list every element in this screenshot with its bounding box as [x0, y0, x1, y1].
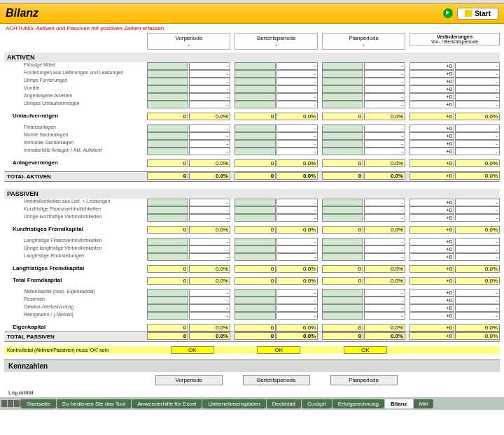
value-cell[interactable] — [234, 245, 276, 253]
value-cell[interactable] — [147, 289, 188, 297]
value-cell[interactable] — [234, 148, 276, 155]
value-cell[interactable] — [322, 124, 363, 132]
change-header: VeränderungenVor- / Berichtsperiode — [410, 33, 500, 45]
value-cell[interactable] — [147, 93, 188, 101]
value-cell[interactable] — [322, 140, 363, 148]
value-cell[interactable] — [234, 289, 276, 297]
percent-cell: - — [189, 297, 230, 304]
value-cell[interactable] — [234, 93, 276, 101]
value-cell[interactable] — [147, 78, 188, 85]
value-cell[interactable] — [322, 70, 363, 78]
sheet-tab[interactable]: Startseite — [21, 399, 56, 408]
value-cell[interactable] — [322, 245, 363, 253]
value-cell[interactable] — [147, 62, 188, 70]
value-cell[interactable] — [322, 206, 363, 214]
sheet-tab[interactable]: Cockpit — [302, 399, 332, 408]
change-cell: +0 — [410, 78, 454, 85]
value-cell[interactable] — [234, 78, 276, 85]
value-cell[interactable] — [234, 140, 276, 148]
value-cell[interactable] — [234, 312, 276, 320]
value-cell[interactable] — [147, 304, 188, 312]
value-cell[interactable] — [322, 214, 363, 222]
value-cell[interactable] — [322, 62, 363, 70]
period-button[interactable]: Berichtsperiode — [243, 375, 310, 385]
value-cell[interactable] — [147, 140, 188, 148]
period-header: Vorperiode- — [147, 33, 230, 50]
percent-cell: - — [364, 253, 405, 261]
value-cell[interactable] — [234, 132, 276, 140]
sheet-tab[interactable]: Anwenderhilfe für Excel — [132, 399, 202, 408]
value-cell[interactable] — [147, 253, 188, 261]
sheet-tab[interactable]: Unternehmensplaten — [202, 399, 265, 408]
value-cell[interactable] — [147, 85, 188, 93]
subtotal-pct: 0.0% — [276, 159, 318, 167]
percent-cell: - — [364, 312, 405, 320]
value-cell[interactable] — [234, 101, 276, 108]
value-cell[interactable] — [234, 253, 276, 261]
sheet-tab[interactable]: Erfolgsrechnung — [332, 399, 384, 408]
value-cell[interactable] — [147, 132, 188, 140]
value-cell[interactable] — [147, 148, 188, 155]
value-cell[interactable] — [147, 297, 188, 304]
sheet-tab[interactable]: Deckblatt — [267, 399, 301, 408]
value-cell[interactable] — [234, 124, 276, 132]
change-cell: +0 — [410, 148, 454, 155]
value-cell[interactable] — [147, 206, 188, 214]
value-cell[interactable] — [322, 253, 363, 261]
percent-cell: - — [189, 78, 230, 85]
value-cell[interactable] — [234, 206, 276, 214]
percent-cell: - — [189, 140, 230, 148]
subtotal-cell: 0 — [234, 324, 276, 331]
value-cell[interactable] — [147, 124, 188, 132]
percent-cell: - — [189, 93, 230, 101]
value-cell[interactable] — [234, 304, 276, 312]
value-cell[interactable] — [147, 214, 188, 222]
value-cell[interactable] — [147, 238, 188, 245]
value-cell[interactable] — [147, 101, 188, 108]
value-cell[interactable] — [234, 297, 276, 304]
value-cell[interactable] — [322, 199, 363, 206]
percent-cell: - — [276, 148, 318, 155]
percent-cell: - — [189, 148, 230, 155]
sheet-tab[interactable]: Mitt — [414, 399, 434, 408]
value-cell[interactable] — [234, 238, 276, 245]
value-cell[interactable] — [234, 70, 276, 78]
period-button[interactable]: Vorperiode — [155, 375, 223, 385]
change-pct: - — [455, 312, 500, 320]
value-cell[interactable] — [147, 245, 188, 253]
line-item: Mobile Sachanlagen — [4, 132, 143, 137]
value-cell[interactable] — [322, 297, 363, 304]
sheet-tab[interactable]: Bilanz — [385, 399, 413, 408]
value-cell[interactable] — [322, 101, 363, 108]
change-cell: +0 — [410, 304, 454, 312]
value-cell[interactable] — [147, 70, 188, 78]
period-button[interactable]: Planperiode — [330, 375, 398, 385]
percent-cell: - — [364, 70, 405, 78]
go-icon[interactable] — [443, 8, 453, 18]
value-cell[interactable] — [322, 289, 363, 297]
value-cell[interactable] — [147, 199, 188, 206]
value-cell[interactable] — [322, 93, 363, 101]
tab-nav[interactable] — [1, 400, 26, 407]
percent-cell: - — [189, 245, 230, 253]
value-cell[interactable] — [147, 312, 188, 320]
line-item: Kurzfristige Finanzverbindlichkeiten — [4, 206, 143, 211]
value-cell[interactable] — [322, 238, 363, 245]
value-cell[interactable] — [234, 199, 276, 206]
value-cell[interactable] — [234, 85, 276, 93]
line-item: Übrige langfristige Verbindlichkeiten — [4, 245, 143, 250]
value-cell[interactable] — [234, 214, 276, 222]
value-cell[interactable] — [322, 78, 363, 85]
value-cell[interactable] — [234, 62, 276, 70]
value-cell[interactable] — [322, 85, 363, 93]
total-cell: 0 — [322, 172, 363, 180]
value-cell[interactable] — [322, 132, 363, 140]
value-cell[interactable] — [322, 304, 363, 312]
subtotal-label: Total Fremdkapital — [4, 277, 143, 283]
sheet-tab[interactable]: So bedienen Sie das Tool — [57, 399, 132, 408]
value-cell[interactable] — [322, 312, 363, 320]
change-pct: - — [455, 85, 500, 93]
percent-cell: - — [364, 238, 405, 245]
value-cell[interactable] — [322, 148, 363, 155]
start-button[interactable]: Start — [457, 8, 498, 20]
